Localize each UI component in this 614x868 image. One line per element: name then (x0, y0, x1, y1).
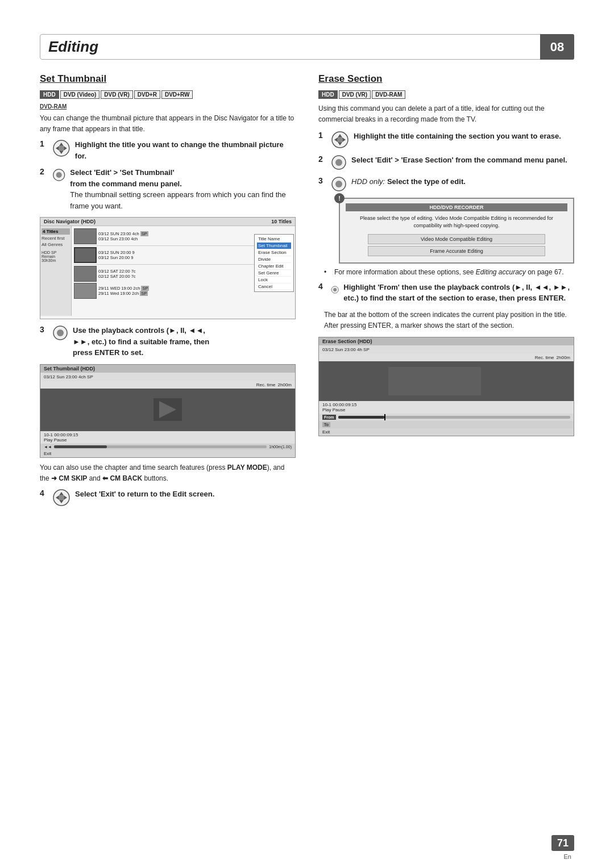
left-step3-num: 3 (40, 325, 48, 334)
page-label: En (564, 853, 571, 860)
badge-dvd-rw: DVD+RW (161, 90, 193, 99)
left-extra-text: You can also use the chapter and time se… (40, 462, 296, 484)
st-video-content (154, 398, 182, 421)
enter-circle-icon-2 (52, 167, 65, 183)
right-step4-subtext: The bar at the bottom of the screen indi… (324, 310, 574, 331)
svg-point-5 (59, 145, 64, 151)
st-rectime: Rec. time 2h00m (40, 381, 295, 389)
disc-navigator-screen: Disc Navigator (HDD) 10 Titles 4 Titles … (40, 217, 296, 319)
right-step3-note: • For more information about these optio… (324, 268, 574, 276)
es-entry: 03/12 Sun 23:00 4h SP (319, 345, 574, 354)
left-step4: 4 Select 'Exit' to return to the Edit sc… (40, 489, 296, 507)
screen1-titlebar: Disc Navigator (HDD) 10 Titles (40, 218, 295, 226)
st-entry: 03/12 Sun 23:00 4ch SP (40, 373, 295, 381)
page-number: 71 (551, 835, 574, 851)
set-thumbnail-screen: Set Thumbnail (HDD) 03/12 Sun 23:00 4ch … (40, 364, 296, 458)
right-step2-num: 2 (318, 155, 326, 164)
st-timecode: 10-1 00:00:09:15 Play Pause (40, 431, 295, 444)
badge-dvd-vr: DVD (VR) (101, 90, 132, 99)
left-section-title: Set Thumbnail (40, 73, 296, 85)
enter-circle-icon-r2 (331, 155, 347, 170)
es-exit: Exit (319, 428, 574, 436)
svg-point-27 (335, 181, 342, 187)
right-step2-text: Select 'Edit' > 'Erase Section' from the… (351, 155, 567, 166)
right-step1-num: 1 (318, 131, 326, 140)
chapter-badge: 08 (540, 34, 574, 60)
st-video-area (40, 389, 295, 431)
es-video-area (319, 361, 574, 401)
right-step3-text: HDD only: Select the type of edit. (351, 176, 466, 187)
left-column: Set Thumbnail HDD DVD (Video) DVD (VR) D… (40, 73, 296, 512)
nav-circle-icon-4 (52, 489, 70, 507)
es-rectime: Rec. time 2h00m (319, 354, 574, 361)
video-mode-button[interactable]: Video Mode Compatible Editing (368, 234, 545, 244)
badge-hdd: HDD (40, 90, 59, 99)
right-step4-num: 4 (318, 282, 326, 291)
left-format-badges: HDD DVD (Video) DVD (VR) DVD+R DVD+RW (40, 90, 296, 99)
es-to-row: To (319, 421, 574, 428)
right-step1: 1 Highlight the title containing the sec… (318, 131, 574, 149)
enter-circle-icon-r3 (331, 176, 347, 192)
svg-point-9 (57, 329, 64, 336)
svg-point-23 (337, 137, 343, 143)
es-titlebar: Erase Section (HDD) (319, 337, 574, 345)
left-step3-text: Use the playback controls (►, II, ◄◄,►►,… (73, 325, 209, 358)
content-columns: Set Thumbnail HDD DVD (Video) DVD (VR) D… (40, 73, 574, 512)
right-badge-hdd: HDD (318, 90, 338, 99)
left-step2-num: 2 (40, 167, 48, 176)
hdd-recorder-box-wrapper: ! HDD/DVD RECORDER Please select the typ… (339, 198, 574, 263)
left-step4-num: 4 (40, 489, 48, 498)
screen1-main: 03/12 SUN 23:00 4ch SP 03/12 Sun 23:00 4… (72, 226, 295, 316)
badge-dvd-r: DVD+R (134, 90, 160, 99)
left-step1-num: 1 (40, 139, 48, 148)
st-progressbar-area: ◄◄ 1h00m(1.00) (40, 444, 295, 450)
hdd-box-header: HDD/DVD RECORDER (346, 203, 567, 211)
right-step4: 4 Highlight 'From' then use the playback… (318, 282, 574, 304)
right-step4-text: Highlight 'From' then use the playback c… (343, 282, 574, 304)
info-icon: ! (334, 193, 345, 203)
right-section-title: Erase Section (318, 73, 574, 85)
frame-accurate-button[interactable]: Frame Accurate Editing (368, 246, 545, 256)
hdd-box-body: Please select the type of editing. Video… (346, 215, 567, 229)
st-exit: Exit (40, 450, 295, 457)
right-step2: 2 Select 'Edit' > 'Erase Section' from t… (318, 155, 574, 170)
left-step2: 2 Select 'Edit' > 'Set Thumbnail'from th… (40, 167, 296, 211)
es-timecode: 10-1 00:00:09:15 Play Pause (319, 401, 574, 414)
screen1-sidebar: 4 Titles Recent first All Genres HDD SPR… (40, 226, 72, 316)
left-step1-text: Highlight the title you want to change t… (75, 139, 296, 161)
svg-point-7 (56, 172, 62, 178)
right-badge-dvd-ram: DVD-RAM (372, 90, 405, 99)
screen1-body: 4 Titles Recent first All Genres HDD SPR… (40, 226, 295, 316)
badge-dvd-video: DVD (Video) (60, 90, 100, 99)
nav-circle-icon-1 (52, 139, 70, 157)
right-step1-text: Highlight the title containing the secti… (354, 131, 561, 142)
svg-point-25 (335, 159, 342, 166)
page-container: Editing 08 Set Thumbnail HDD DVD (Video)… (0, 0, 614, 868)
es-video-content (319, 361, 574, 401)
right-badge-dvd-vr: DVD (VR) (339, 90, 371, 99)
right-intro: Using this command you can delete a part… (318, 103, 574, 125)
right-column: Erase Section HDD DVD (VR) DVD-RAM Using… (318, 73, 574, 512)
nav-circle-icon-r1 (331, 131, 349, 149)
svg-rect-31 (388, 367, 481, 395)
svg-point-17 (59, 495, 64, 500)
left-sub-format: DVD-RAM (40, 103, 296, 110)
right-format-badges: HDD DVD (VR) DVD-RAM (318, 90, 574, 99)
enter-circle-icon-r4 (331, 282, 339, 298)
context-menu: Title Name Set Thumbnail Erase Section D… (254, 234, 294, 292)
left-step3: 3 Use the playback controls (►, II, ◄◄,►… (40, 325, 296, 358)
left-step2-text: Select 'Edit' > 'Set Thumbnail'from the … (70, 167, 296, 211)
left-intro: You can change the thumbnail picture tha… (40, 113, 296, 135)
es-from-bar: From (319, 414, 574, 421)
st-titlebar: Set Thumbnail (HDD) (40, 365, 295, 373)
left-step1: 1 Highlight the title you want to change… (40, 139, 296, 161)
svg-point-29 (333, 287, 337, 291)
right-step3: 3 HDD only: Select the type of edit. (318, 176, 574, 192)
hdd-recorder-box: ! HDD/DVD RECORDER Please select the typ… (339, 198, 574, 263)
erase-section-screen: Erase Section (HDD) 03/12 Sun 23:00 4h S… (318, 337, 574, 436)
left-step4-text: Select 'Exit' to return to the Edit scre… (75, 489, 214, 500)
enter-circle-icon-3 (52, 325, 68, 341)
header-bar: Editing 08 (40, 34, 574, 60)
page-title: Editing (48, 38, 566, 56)
right-step3-num: 3 (318, 176, 326, 185)
